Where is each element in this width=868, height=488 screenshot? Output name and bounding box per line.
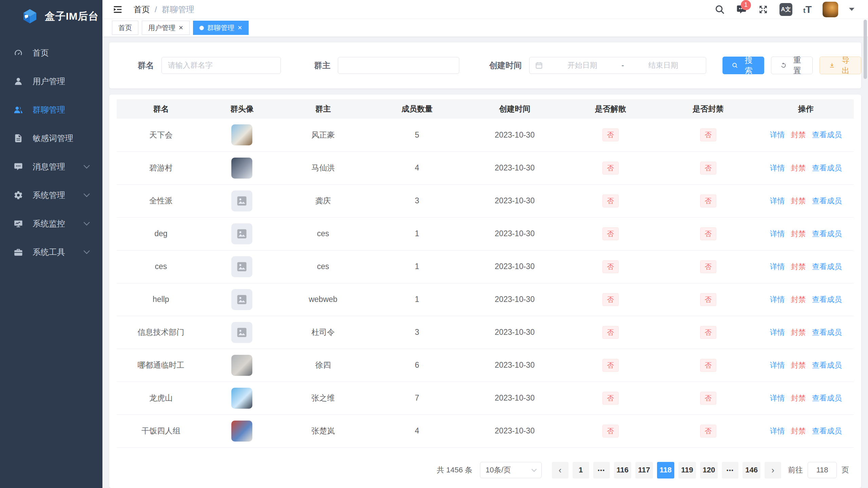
font-size-icon[interactable]: tT	[803, 4, 812, 15]
banned-cell: 否	[658, 151, 758, 184]
group-avatar-cell	[205, 250, 279, 283]
sidebar-item-gear[interactable]: 系统管理	[0, 181, 102, 209]
tab-group-management[interactable]: 群聊管理×	[193, 21, 249, 35]
ban-link[interactable]: 封禁	[791, 328, 806, 337]
search-icon[interactable]	[714, 4, 725, 15]
row-actions: 详情封禁查看成员	[758, 414, 854, 447]
banned-badge: 否	[700, 227, 716, 240]
page-button-1[interactable]: 1	[573, 462, 589, 479]
detail-link[interactable]: 详情	[770, 262, 785, 271]
close-icon[interactable]: ×	[238, 24, 242, 32]
ban-link[interactable]: 封禁	[791, 427, 806, 435]
ban-link[interactable]: 封禁	[791, 229, 806, 238]
detail-link[interactable]: 详情	[770, 394, 785, 402]
group-name-label: 群名	[138, 60, 154, 71]
member-count: 6	[367, 349, 467, 382]
detail-link[interactable]: 详情	[770, 427, 785, 435]
app-logo[interactable]: 盒子IM后台	[0, 0, 102, 33]
more-pages-icon[interactable]: •••	[722, 462, 738, 479]
chat-icon	[14, 162, 23, 171]
sidebar-item-label: 系统管理	[33, 190, 65, 201]
detail-link[interactable]: 详情	[770, 197, 785, 205]
chevron-down-icon	[83, 191, 90, 197]
view-members-link[interactable]: 查看成员	[812, 295, 842, 304]
detail-link[interactable]: 详情	[770, 229, 785, 238]
filter-panel: 群名 群主 创建时间 开始日期 - 结束日期	[109, 42, 861, 88]
start-date-placeholder: 开始日期	[545, 60, 619, 70]
created-time-label: 创建时间	[489, 60, 522, 71]
messages-icon[interactable]: 1	[736, 4, 747, 15]
export-button[interactable]: 导出	[819, 57, 861, 74]
view-members-link[interactable]: 查看成员	[812, 328, 842, 337]
page-button-118[interactable]: 118	[657, 462, 675, 479]
dissolved-badge: 否	[602, 326, 619, 339]
fullscreen-icon[interactable]	[758, 4, 769, 15]
view-members-link[interactable]: 查看成员	[812, 229, 842, 238]
more-pages-icon[interactable]: •••	[593, 462, 610, 479]
group-avatar-cell	[205, 349, 279, 382]
sidebar-item-user[interactable]: 用户管理	[0, 67, 102, 96]
page-button-146[interactable]: 146	[742, 462, 760, 479]
view-members-link[interactable]: 查看成员	[812, 361, 842, 369]
view-members-link[interactable]: 查看成员	[812, 427, 842, 435]
column-header: 成员数量	[367, 99, 467, 119]
date-range-picker[interactable]: 开始日期 - 结束日期	[529, 57, 706, 74]
top-navbar: 首页 / 群聊管理 1 A文 tT	[102, 0, 868, 19]
detail-link[interactable]: 详情	[770, 130, 785, 139]
goto-page-input[interactable]	[808, 462, 837, 478]
ban-link[interactable]: 封禁	[791, 164, 806, 172]
group-name: 哪都通临时工	[117, 349, 205, 382]
detail-link[interactable]: 详情	[770, 295, 785, 304]
user-menu-caret-icon[interactable]	[849, 8, 854, 11]
prev-page-button[interactable]: ‹	[552, 462, 568, 479]
breadcrumb-home[interactable]: 首页	[134, 4, 150, 15]
view-members-link[interactable]: 查看成员	[812, 130, 842, 139]
created-date: 2023-10-30	[467, 382, 562, 414]
close-icon[interactable]: ×	[179, 24, 183, 32]
sidebar-item-chat[interactable]: 消息管理	[0, 152, 102, 181]
ban-link[interactable]: 封禁	[791, 361, 806, 369]
sidebar-item-dashboard[interactable]: 首页	[0, 39, 102, 67]
view-members-link[interactable]: 查看成员	[812, 197, 842, 205]
view-members-link[interactable]: 查看成员	[812, 164, 842, 172]
reset-button[interactable]: 重置	[771, 57, 813, 74]
scrollbar-thumb[interactable]	[864, 20, 867, 79]
dissolved-cell: 否	[563, 414, 658, 447]
sidebar-item-toolbox[interactable]: 系统工具	[0, 238, 102, 266]
sidebar-item-users[interactable]: 群聊管理	[0, 96, 102, 124]
page-button-116[interactable]: 116	[614, 462, 632, 479]
tab-user-management[interactable]: 用户管理×	[142, 21, 190, 35]
row-actions: 详情封禁查看成员	[758, 217, 854, 250]
detail-link[interactable]: 详情	[770, 328, 785, 337]
group-owner: ces	[279, 250, 367, 283]
ban-link[interactable]: 封禁	[791, 197, 806, 205]
page-button-120[interactable]: 120	[700, 462, 718, 479]
ban-link[interactable]: 封禁	[791, 394, 806, 402]
group-table: 群名群头像群主成员数量创建时间是否解散是否封禁操作 天下会风正豪52023-10…	[117, 99, 854, 448]
page-button-119[interactable]: 119	[678, 462, 696, 479]
group-owner-input[interactable]	[338, 57, 459, 74]
ban-link[interactable]: 封禁	[791, 130, 806, 139]
view-members-link[interactable]: 查看成员	[812, 394, 842, 402]
group-name-input[interactable]	[161, 57, 281, 74]
detail-link[interactable]: 详情	[770, 164, 785, 172]
next-page-button[interactable]: ›	[765, 462, 781, 479]
created-date: 2023-10-30	[467, 119, 562, 151]
group-owner: 马仙洪	[279, 151, 367, 184]
user-avatar[interactable]	[823, 2, 838, 17]
search-button[interactable]: 搜索	[722, 57, 764, 74]
sidebar-item-document[interactable]: 敏感词管理	[0, 124, 102, 152]
page-button-117[interactable]: 117	[635, 462, 653, 479]
sidebar-item-monitor[interactable]: 系统监控	[0, 209, 102, 238]
banned-badge: 否	[700, 162, 716, 175]
row-actions: 详情封禁查看成员	[758, 316, 854, 349]
detail-link[interactable]: 详情	[770, 361, 785, 369]
page-size-select[interactable]: 10条/页	[480, 462, 542, 478]
collapse-sidebar-icon[interactable]	[112, 4, 123, 15]
breadcrumb-current: 群聊管理	[162, 4, 194, 15]
ban-link[interactable]: 封禁	[791, 295, 806, 304]
view-members-link[interactable]: 查看成员	[812, 262, 842, 271]
language-icon[interactable]: A文	[779, 3, 792, 16]
ban-link[interactable]: 封禁	[791, 262, 806, 271]
tab-home[interactable]: 首页	[112, 21, 138, 35]
